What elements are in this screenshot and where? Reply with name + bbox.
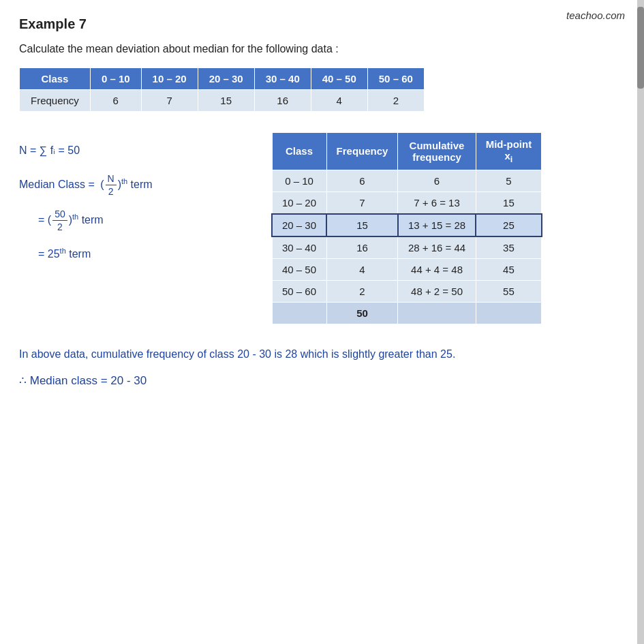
top-table-cell: 6 — [90, 89, 141, 111]
step2-th-superscript: th — [72, 212, 78, 220]
calc-table-row: 40 – 50444 + 4 = 4845 — [272, 258, 542, 280]
top-table-header-cell: Class — [20, 67, 91, 89]
step3-th: th — [60, 247, 66, 255]
calc-table-row: 30 – 401628 + 16 = 4435 — [272, 236, 542, 259]
top-table-cell: 4 — [311, 89, 367, 111]
median-class-label: Median Class = — [19, 179, 95, 190]
calc-table-cell: 40 – 50 — [272, 258, 326, 280]
step2-fraction: 50 2 — [52, 208, 67, 233]
calc-table-cell: 50 – 60 — [272, 280, 326, 302]
median-class-fraction-wrapper: ( N 2 )th term — [100, 179, 152, 190]
top-table-header-cell: 40 – 50 — [311, 67, 367, 89]
fraction-numerator: N — [106, 172, 117, 185]
calc-table-cell: 7 + 6 = 13 — [398, 191, 476, 214]
calc-table-header-row: Class Frequency Cumulativefrequency Mid-… — [272, 132, 542, 170]
calc-table: Class Frequency Cumulativefrequency Mid-… — [271, 132, 542, 324]
calc-table-cell: 15 — [326, 214, 398, 236]
scrollbar[interactable] — [637, 0, 644, 644]
top-table-cell: 15 — [198, 89, 254, 111]
median-fraction: N 2 — [106, 172, 117, 198]
calc-table-total-row: 50 — [272, 302, 542, 324]
top-table-header-cell: 10 – 20 — [141, 67, 198, 89]
conclusion-text2: ∴ Median class = 20 - 30 — [19, 371, 625, 392]
step2-fraction-den: 2 — [55, 221, 65, 233]
step3-line: = 25th term — [38, 243, 271, 266]
calc-table-cell: 30 – 40 — [272, 236, 326, 259]
example-title: Example 7 — [19, 16, 625, 32]
left-calculations: N = ∑ fᵢ = 50 Median Class = ( N 2 )th t… — [19, 132, 271, 269]
th-superscript: th — [121, 177, 127, 185]
scrollbar-thumb[interactable] — [637, 7, 644, 89]
calc-table-body: 0 – 1066510 – 2077 + 6 = 131520 – 301513… — [272, 170, 542, 324]
n-equation-line: N = ∑ fᵢ = 50 — [19, 139, 271, 162]
top-table-body: Frequency67151642 — [20, 89, 425, 111]
fraction-denominator: 2 — [106, 185, 116, 198]
calc-table-cell: 25 — [476, 214, 541, 236]
step3-term: term — [66, 248, 91, 260]
calc-table-row: 10 – 2077 + 6 = 1315 — [272, 191, 542, 214]
top-table-header-cell: 0 – 10 — [90, 67, 141, 89]
top-table-cell: 7 — [141, 89, 198, 111]
calc-header-midpoint: Mid-pointxi — [476, 132, 541, 170]
top-table-row: Frequency67151642 — [20, 89, 425, 111]
top-table-wrapper: Class0 – 1010 – 2020 – 3030 – 4040 – 505… — [19, 67, 625, 112]
calc-table-cell: 35 — [476, 236, 541, 259]
calc-table-cell: 20 – 30 — [272, 214, 326, 236]
calc-table-row: 0 – 10665 — [272, 170, 542, 191]
calc-header-class: Class — [272, 132, 326, 170]
calc-table-cell: 48 + 2 = 50 — [398, 280, 476, 302]
calc-table-row: 20 – 301513 + 15 = 2825 — [272, 214, 542, 236]
calc-table-cell: 28 + 16 = 44 — [398, 236, 476, 259]
calc-table-cell: 2 — [326, 280, 398, 302]
calc-table-total-cell: 50 — [326, 302, 398, 324]
median-class-line: Median Class = ( N 2 )th term — [19, 172, 271, 198]
top-data-table: Class0 – 1010 – 2020 – 3030 – 4040 – 505… — [19, 67, 425, 112]
calc-table-cell: 4 — [326, 258, 398, 280]
term-label-2: term — [82, 213, 104, 225]
step3-eq: = 25 — [38, 248, 60, 260]
calc-table-wrapper: Class Frequency Cumulativefrequency Mid-… — [271, 132, 542, 324]
calc-table-cell: 44 + 4 = 48 — [398, 258, 476, 280]
conclusion-section: In above data, cumulative frequency of c… — [19, 345, 625, 392]
calc-table-cell: 0 – 10 — [272, 170, 326, 191]
calc-table-cell: 15 — [476, 191, 541, 214]
calc-table-cell: 13 + 15 = 28 — [398, 214, 476, 236]
calc-table-total-cell — [398, 302, 476, 324]
top-table-header-cell: 30 – 40 — [254, 67, 311, 89]
top-table-cell: Frequency — [20, 89, 91, 111]
calc-table-cell: 5 — [476, 170, 541, 191]
top-table-header-cell: 50 – 60 — [367, 67, 424, 89]
step2-line: = ( 50 2 )th term — [38, 208, 271, 233]
top-table-header-cell: 20 – 30 — [198, 67, 254, 89]
main-section: N = ∑ fᵢ = 50 Median Class = ( N 2 )th t… — [19, 132, 625, 324]
conclusion-text1: In above data, cumulative frequency of c… — [19, 345, 625, 365]
calc-table-cell: 16 — [326, 236, 398, 259]
calc-header-frequency: Frequency — [326, 132, 398, 170]
calc-table-row: 50 – 60248 + 2 = 5055 — [272, 280, 542, 302]
top-table-cell: 2 — [367, 89, 424, 111]
problem-text: Calculate the mean deviation about media… — [19, 40, 625, 58]
term-label-1: term — [131, 179, 153, 190]
calc-header-cumulative: Cumulativefrequency — [398, 132, 476, 170]
calc-table-total-cell — [476, 302, 541, 324]
n-equation-text: N = ∑ fᵢ = 50 — [19, 144, 80, 156]
calc-table-cell: 7 — [326, 191, 398, 214]
calc-table-total-cell — [272, 302, 326, 324]
calc-table-cell: 55 — [476, 280, 541, 302]
calc-table-cell: 45 — [476, 258, 541, 280]
top-table-cell: 16 — [254, 89, 311, 111]
calc-table-cell: 6 — [326, 170, 398, 191]
calc-table-cell: 10 – 20 — [272, 191, 326, 214]
calc-table-cell: 6 — [398, 170, 476, 191]
top-table-header-row: Class0 – 1010 – 2020 – 3030 – 4040 – 505… — [20, 67, 425, 89]
step2-fraction-num: 50 — [52, 208, 67, 221]
watermark: teachoo.com — [566, 10, 625, 21]
